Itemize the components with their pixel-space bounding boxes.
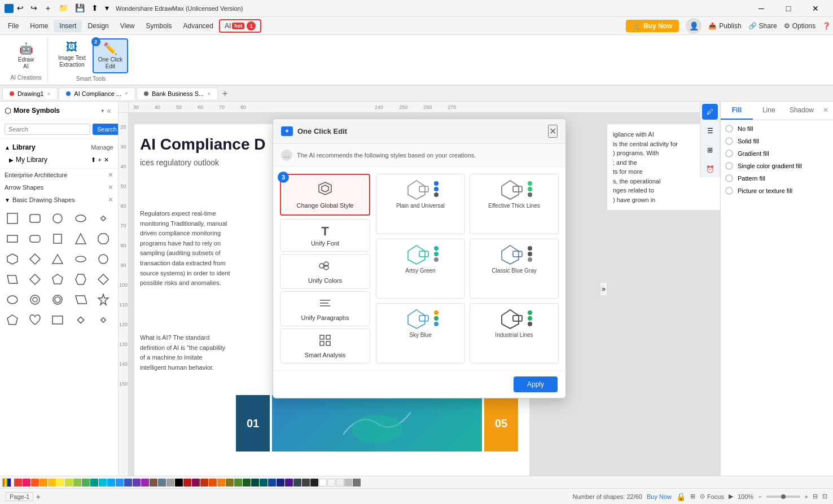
shape-pentagon2[interactable] [3,311,21,329]
shape-circle[interactable] [49,209,67,227]
swatch-blue-grey[interactable] [158,479,166,487]
buy-now-btn[interactable]: 🛒 Buy Now [626,20,679,32]
swatch-cyan[interactable] [99,479,107,487]
fill-picture-radio[interactable] [725,187,733,195]
shape-diamond3[interactable] [94,270,112,288]
swatch-lime[interactable] [65,479,73,487]
style-sky[interactable]: Sky Blue [376,303,465,363]
library-header[interactable]: ▲ Library Manage [5,141,113,154]
swatch-pink[interactable] [23,479,30,487]
arrow-shapes-close[interactable]: ✕ [108,183,113,191]
shape-tri2[interactable] [49,250,67,268]
swatch-dkgrey[interactable] [310,479,318,487]
shape-circle2[interactable] [94,250,112,268]
tab-close-ai[interactable]: × [125,90,128,97]
swatch-light-green[interactable] [73,479,81,487]
undo-btn[interactable]: ↩ [17,3,24,14]
style-classic[interactable]: Classic Blue Gray [470,239,559,299]
style-effective[interactable]: Effective Thick Lines [470,174,559,234]
menu-symbols[interactable]: Symbols [141,20,178,32]
menu-ai[interactable]: AI hot 1 [219,19,261,33]
redo-btn[interactable]: ↪ [30,3,37,14]
swatch-purple[interactable] [141,479,149,487]
swatch-amber2[interactable] [217,479,225,487]
color-picker-btn[interactable] [2,478,11,487]
shape-ring2[interactable] [49,291,67,309]
maximize-btn[interactable]: □ [775,0,801,17]
swatch-offwhite[interactable] [327,479,335,487]
basic-shapes-close[interactable]: ✕ [108,196,113,204]
swatch-indigo[interactable] [124,479,132,487]
shape-ring[interactable] [26,291,44,309]
toolbar-one-click[interactable]: 2 ✏️ One Click Edit [93,38,128,73]
fill-pattern[interactable]: Pattern fill [725,174,828,182]
swatch-dark-orange[interactable] [200,479,208,487]
fill-picture[interactable]: Picture or texture fill [725,187,828,195]
fill-solid-radio[interactable] [725,137,733,145]
arrow-shapes-item[interactable]: Arrow Shapes ✕ [0,181,118,194]
shape-octagon[interactable] [94,230,112,248]
tab-line[interactable]: Line [753,102,785,120]
swatch-brown[interactable] [150,479,157,487]
apply-btn[interactable]: Apply [514,376,558,392]
swatch-orange2[interactable] [209,479,217,487]
style-plain-universal[interactable]: Plain and Universal [376,174,465,234]
toolbar-edraw-ai[interactable]: 🤖 Edraw AI [9,40,43,72]
new-tab-btn[interactable]: + [219,89,231,99]
tab-bank[interactable]: Bank Business S... × [137,87,218,99]
shape-sunburst[interactable] [94,291,112,309]
swatch-yellow[interactable] [56,479,64,487]
lock-icon[interactable]: 🔒 [676,492,686,501]
save-btn[interactable]: 💾 [75,3,85,14]
swatch-lightgrey[interactable] [336,479,344,487]
menu-view[interactable]: View [115,20,141,32]
fill-solid[interactable]: Solid fill [725,137,828,145]
shape-heart[interactable] [26,311,44,329]
swatch-indigo2[interactable] [277,479,284,487]
swatch-midgrey[interactable] [344,479,352,487]
shape-parallelogram[interactable] [3,270,21,288]
shape-ellipse[interactable] [72,209,90,227]
swatch-grey2[interactable] [293,479,301,487]
swatch-dark-red[interactable] [183,479,191,487]
tab-close-bank[interactable]: × [207,91,211,97]
shape-diamond2[interactable] [26,270,44,288]
swatch-teal[interactable] [90,479,98,487]
user-avatar[interactable]: 👤 [686,18,702,34]
shape-rect2[interactable] [3,230,21,248]
tab-drawing1[interactable]: Drawing1 × [2,87,58,99]
swatch-grey3[interactable] [302,479,310,487]
fill-single-gradient[interactable]: Single color gradient fill [725,162,828,170]
manage-btn[interactable]: Manage [91,144,113,151]
shape-triangle[interactable] [72,230,90,248]
shape-ellipse2[interactable] [72,250,90,268]
swatch-deep-orange[interactable] [31,479,39,487]
page-label[interactable]: Page-1 [6,492,33,501]
zoom-slider[interactable] [766,496,800,498]
enterprise-arch-item[interactable]: Enterprise Architecture ✕ [0,169,118,181]
basic-shapes-item[interactable]: ▼ Basic Drawing Shapes ✕ [0,194,118,206]
shape-parallelogram2[interactable] [72,291,90,309]
shape-hex2[interactable] [72,270,90,288]
more-btn[interactable]: ▾ [105,3,109,14]
swatch-deep-purple[interactable] [133,479,141,487]
full-screen-btn[interactable]: ⊡ [822,493,827,500]
swatch-lg2[interactable] [234,479,242,487]
swatch-teal2[interactable] [251,479,259,487]
layers-btn[interactable]: ⊞ [690,493,695,500]
shape-square[interactable] [3,209,21,227]
export-btn[interactable]: ⬆ [91,3,98,14]
add-page-btn[interactable]: + [36,492,40,501]
swatch-purple2[interactable] [285,479,293,487]
sidebar-collapse-btn[interactable]: « [104,105,113,116]
fill-no-fill-radio[interactable] [725,125,733,133]
shape-rounded2[interactable] [26,230,44,248]
play-btn[interactable]: ▶ [729,493,733,500]
swatch-black[interactable] [175,479,183,487]
shape-small-diamond2[interactable] [94,311,112,329]
menu-file[interactable]: File [2,20,24,32]
shape-oval[interactable] [3,291,21,309]
shape-pentagon[interactable] [49,270,67,288]
tab-shadow[interactable]: Shadow [785,102,818,120]
fill-single-gradient-radio[interactable] [725,162,733,170]
